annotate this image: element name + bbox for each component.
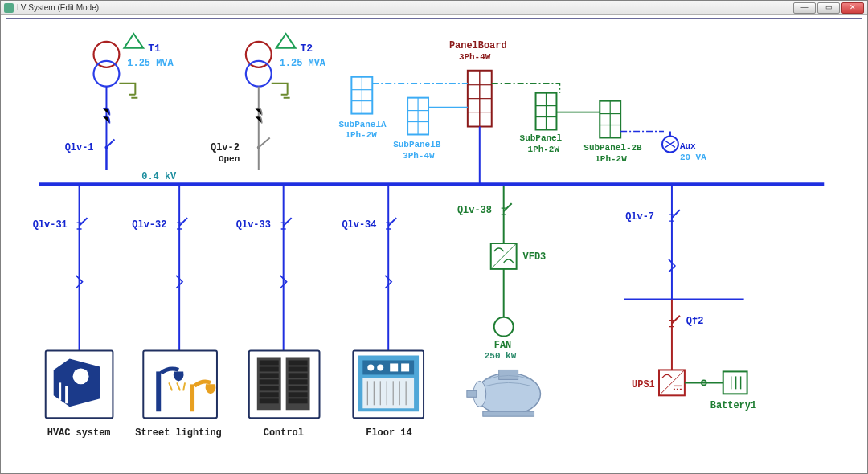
svg-rect-99 — [483, 411, 534, 416]
svg-rect-51 — [156, 371, 161, 411]
floor14-label: Floor 14 — [366, 427, 411, 439]
feeder-fan[interactable]: Qlv-38 VFD3 FAN 250 kW — [457, 186, 546, 416]
breaker-qlv34[interactable] — [386, 218, 396, 229]
breaker-qlv33[interactable] — [281, 218, 292, 229]
feeder-hvac[interactable]: Qlv-31 HVAC system — [33, 186, 113, 439]
subpanel-1-type: 1Ph-2W — [528, 145, 560, 154]
breaker-qlv7[interactable] — [669, 210, 680, 221]
app-window: LV System (Edit Mode) — ▭ ✕ T1 1.25 MVA — [0, 0, 868, 474]
t2-name: T2 — [301, 43, 313, 55]
subpanel-b-name: SubPanelB — [393, 140, 441, 149]
subpanel-2b-type: 1Ph-2W — [595, 154, 627, 164]
t2-rating: 1.25 MVA — [280, 58, 326, 69]
svg-rect-52 — [190, 384, 194, 411]
svg-line-73 — [388, 218, 396, 226]
svg-point-9 — [246, 61, 272, 87]
subpanel-2b[interactable]: SubPanel-2B 1Ph-2W — [556, 101, 642, 165]
panelboard-main[interactable]: PanelBoard 3Ph-4W — [449, 40, 507, 184]
subpanel-a[interactable]: SubPanelA 1Ph-2W — [338, 77, 467, 141]
qlv32-label: Qlv-32 — [132, 219, 166, 231]
svg-rect-110 — [723, 371, 747, 394]
svg-line-5 — [106, 139, 114, 147]
qlv34-label: Qlv-34 — [342, 219, 376, 231]
feeder-control[interactable]: Qlv-33 Control — [236, 186, 320, 439]
window-titlebar[interactable]: LV System (Edit Mode) — ▭ ✕ — [1, 1, 867, 15]
feeder-floor14[interactable]: Qlv-34 Floor 14 — [342, 186, 424, 439]
breaker-qlv32[interactable] — [177, 218, 187, 229]
subpanel-b-type: 3Ph-4W — [403, 151, 435, 161]
svg-rect-96 — [499, 370, 518, 379]
street-label: Street lighting — [135, 427, 221, 439]
subpanel-2b-name: SubPanel-2B — [583, 143, 642, 153]
svg-rect-59 — [260, 366, 279, 371]
t1-rating: 1.25 MVA — [127, 58, 174, 69]
window-close-button[interactable]: ✕ — [841, 2, 864, 14]
svg-marker-7 — [276, 34, 296, 48]
svg-rect-60 — [260, 373, 279, 378]
aux-name: Aux — [680, 141, 696, 151]
svg-point-45 — [73, 368, 89, 384]
aux-rating: 20 VA — [680, 153, 706, 162]
svg-rect-69 — [289, 386, 308, 390]
svg-line-42 — [80, 218, 88, 226]
qlv7-label: Qlv-7 — [625, 211, 654, 223]
subpanel-1[interactable]: SubPanel 1Ph-2W — [492, 84, 563, 155]
svg-rect-79 — [390, 363, 398, 371]
control-label: Control — [264, 427, 304, 439]
panelboard-name: PanelBoard — [449, 40, 507, 51]
svg-line-49 — [179, 218, 187, 226]
svg-rect-70 — [289, 392, 308, 397]
qlv1-label: Qlv-1 — [65, 142, 94, 153]
window-maximize-button[interactable]: ▭ — [817, 2, 840, 14]
svg-rect-67 — [289, 373, 308, 378]
svg-rect-58 — [260, 360, 279, 365]
svg-rect-71 — [289, 398, 308, 403]
motor-icon — [467, 370, 541, 416]
svg-line-90 — [504, 203, 512, 211]
svg-line-54 — [284, 218, 292, 226]
svg-marker-0 — [124, 34, 143, 48]
subpanel-1-name: SubPanel — [520, 133, 563, 143]
svg-rect-98 — [467, 390, 477, 397]
breaker-qf2[interactable] — [669, 316, 680, 327]
transformer-t2[interactable]: T2 1.25 MVA Qlv-2 Open — [211, 34, 326, 170]
vfd3-label: VFD3 — [523, 251, 547, 263]
svg-rect-62 — [260, 386, 279, 390]
svg-line-104 — [672, 316, 680, 324]
qlv31-label: Qlv-31 — [33, 219, 68, 231]
window-minimize-button[interactable]: — — [793, 2, 816, 14]
transformer-t1[interactable]: T1 1.25 MVA — [65, 34, 174, 170]
t1-name: T1 — [148, 43, 161, 55]
main-bus[interactable] — [39, 182, 825, 186]
svg-rect-68 — [289, 379, 308, 384]
svg-rect-65 — [289, 360, 308, 365]
panelboard-type: 3Ph-4W — [459, 52, 491, 62]
svg-point-2 — [94, 61, 120, 87]
svg-rect-66 — [289, 366, 308, 371]
diagram-canvas[interactable]: T1 1.25 MVA — [6, 18, 862, 468]
fan-name: FAN — [494, 340, 512, 351]
breaker-qlv31[interactable] — [77, 218, 88, 229]
qlv33-label: Qlv-33 — [236, 219, 271, 231]
subpanel-a-name: SubPanelA — [338, 120, 387, 129]
qlv2-label: Qlv-2 — [211, 142, 240, 153]
svg-rect-63 — [260, 392, 279, 397]
feeder-street[interactable]: Qlv-32 Street lighting — [132, 186, 221, 439]
svg-line-12 — [259, 137, 270, 147]
svg-point-78 — [377, 364, 383, 370]
svg-line-92 — [491, 243, 517, 269]
subpanel-b[interactable]: SubPanelB 3Ph-4W — [393, 98, 468, 161]
svg-rect-80 — [401, 363, 409, 371]
svg-line-101 — [672, 210, 680, 218]
qlv2-state: Open — [219, 154, 240, 164]
svg-point-77 — [367, 364, 374, 370]
app-icon — [4, 3, 14, 13]
svg-line-106 — [659, 370, 685, 395]
breaker-qlv38[interactable] — [502, 203, 512, 215]
svg-rect-61 — [260, 379, 279, 384]
ups-name: UPS1 — [632, 379, 655, 390]
qf2-label: Qf2 — [686, 316, 704, 327]
bus-voltage: 0.4 kV — [141, 171, 177, 182]
svg-rect-64 — [260, 398, 279, 403]
feeder-ups[interactable]: Qlv-7 Qf2 UPS1 — [624, 186, 756, 411]
